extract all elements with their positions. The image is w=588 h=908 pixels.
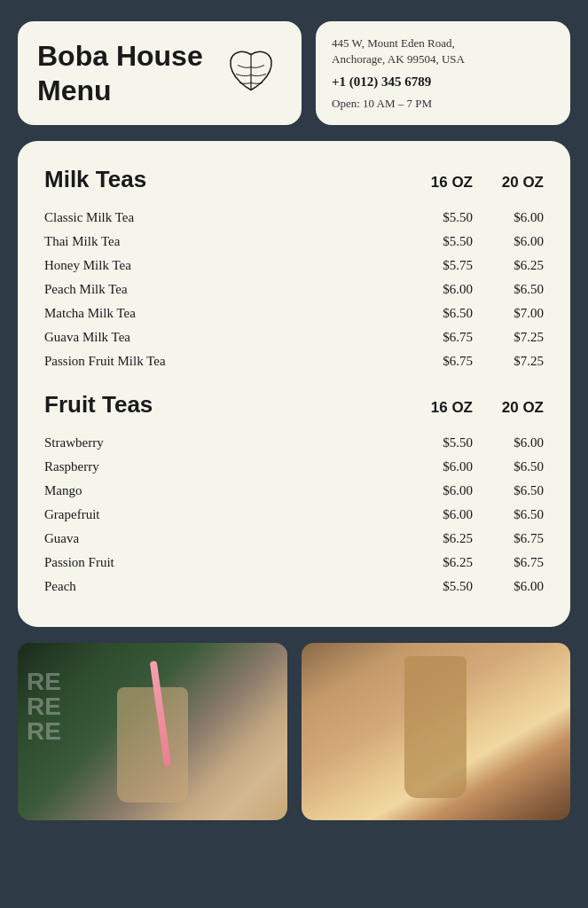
price-16oz: $6.25 — [402, 555, 473, 570]
item-prices: $6.25 $6.75 — [402, 531, 544, 546]
fruit-teas-size-headers: 16 OZ 20 OZ — [402, 399, 544, 417]
list-item: Peach $5.50 $6.00 — [44, 575, 544, 599]
price-20oz: $6.50 — [473, 459, 544, 474]
price-20oz: $6.75 — [473, 531, 544, 546]
item-name: Passion Fruit — [44, 555, 402, 570]
fruit-teas-items: Strawberry $5.50 $6.00 Raspberry $6.00 $… — [44, 431, 544, 599]
price-16oz: $5.75 — [402, 258, 473, 273]
list-item: Honey Milk Tea $5.75 $6.25 — [44, 254, 544, 278]
list-item: Grapefruit $6.00 $6.50 — [44, 503, 544, 527]
photo-overlay-text: RERERE — [27, 669, 61, 744]
title-line1: Boba House — [37, 39, 203, 73]
item-prices: $6.75 $7.25 — [402, 330, 544, 345]
list-item: Passion Fruit $6.25 $6.75 — [44, 551, 544, 575]
photo-boba-hand: RERERE — [18, 643, 287, 820]
price-16oz: $6.75 — [402, 354, 473, 369]
fruit-teas-size1-label: 16 OZ — [402, 399, 473, 417]
leaf-decoration-icon — [220, 47, 282, 99]
item-name: Matcha Milk Tea — [44, 306, 402, 321]
photo-boba-cup — [302, 643, 571, 820]
list-item: Guava Milk Tea $6.75 $7.25 — [44, 325, 544, 349]
item-name: Guava Milk Tea — [44, 330, 402, 345]
milk-teas-size2-label: 20 OZ — [473, 174, 544, 192]
list-item: Raspberry $6.00 $6.50 — [44, 455, 544, 479]
milk-teas-title: Milk Teas — [44, 166, 146, 193]
price-16oz: $6.50 — [402, 306, 473, 321]
list-item: Classic Milk Tea $5.50 $6.00 — [44, 206, 544, 230]
price-20oz: $7.25 — [473, 354, 544, 369]
list-item: Mango $6.00 $6.50 — [44, 479, 544, 503]
price-16oz: $6.00 — [402, 483, 473, 498]
fruit-teas-header: Fruit Teas 16 OZ 20 OZ — [44, 391, 544, 419]
price-20oz: $7.00 — [473, 306, 544, 321]
price-16oz: $5.50 — [402, 435, 473, 450]
price-20oz: $6.50 — [473, 282, 544, 297]
item-name: Guava — [44, 531, 402, 546]
price-16oz: $6.00 — [402, 459, 473, 474]
item-prices: $5.50 $6.00 — [402, 579, 544, 594]
milk-teas-items: Classic Milk Tea $5.50 $6.00 Thai Milk T… — [44, 206, 544, 373]
logo-box: Boba House Menu — [18, 21, 302, 125]
price-16oz: $6.00 — [402, 507, 473, 522]
list-item: Strawberry $5.50 $6.00 — [44, 431, 544, 455]
list-item: Matcha Milk Tea $6.50 $7.00 — [44, 301, 544, 325]
list-item: Passion Fruit Milk Tea $6.75 $7.25 — [44, 349, 544, 373]
price-20oz: $6.75 — [473, 555, 544, 570]
bottom-photos: RERERE — [18, 643, 570, 820]
price-20oz: $6.00 — [473, 435, 544, 450]
item-prices: $6.00 $6.50 — [402, 459, 544, 474]
item-prices: $5.75 $6.25 — [402, 258, 544, 273]
price-20oz: $6.25 — [473, 258, 544, 273]
item-name: Passion Fruit Milk Tea — [44, 354, 402, 369]
item-prices: $6.00 $6.50 — [402, 282, 544, 297]
list-item: Thai Milk Tea $5.50 $6.00 — [44, 230, 544, 254]
item-prices: $6.75 $7.25 — [402, 354, 544, 369]
item-name: Thai Milk Tea — [44, 234, 402, 249]
price-16oz: $5.50 — [402, 579, 473, 594]
item-prices: $5.50 $6.00 — [402, 435, 544, 450]
item-prices: $6.25 $6.75 — [402, 555, 544, 570]
hours: Open: 10 AM – 7 PM — [332, 97, 554, 111]
item-name: Grapefruit — [44, 507, 402, 522]
item-name: Honey Milk Tea — [44, 258, 402, 273]
price-16oz: $6.25 — [402, 531, 473, 546]
price-20oz: $7.25 — [473, 330, 544, 345]
item-name: Mango — [44, 483, 402, 498]
price-16oz: $6.00 — [402, 282, 473, 297]
price-20oz: $6.00 — [473, 234, 544, 249]
item-prices: $5.50 $6.00 — [402, 210, 544, 225]
item-name: Strawberry — [44, 435, 402, 450]
price-20oz: $6.50 — [473, 507, 544, 522]
item-prices: $5.50 $6.00 — [402, 234, 544, 249]
price-20oz: $6.50 — [473, 483, 544, 498]
price-16oz: $6.75 — [402, 330, 473, 345]
phone-number: +1 (012) 345 6789 — [332, 74, 554, 90]
list-item: Peach Milk Tea $6.00 $6.50 — [44, 278, 544, 301]
fruit-teas-size2-label: 20 OZ — [473, 399, 544, 417]
milk-teas-size-headers: 16 OZ 20 OZ — [402, 174, 544, 192]
item-name: Raspberry — [44, 459, 402, 474]
restaurant-title: Boba House Menu — [37, 39, 203, 107]
price-20oz: $6.00 — [473, 210, 544, 225]
title-line2: Menu — [37, 74, 203, 107]
header: Boba House Menu 445 W, Mount Eden Road, … — [18, 21, 570, 125]
address: 445 W, Mount Eden Road, Anchorage, AK 99… — [332, 35, 554, 67]
item-prices: $6.50 $7.00 — [402, 306, 544, 321]
fruit-teas-title: Fruit Teas — [44, 391, 153, 419]
item-name: Classic Milk Tea — [44, 210, 402, 225]
price-16oz: $5.50 — [402, 234, 473, 249]
milk-teas-header: Milk Teas 16 OZ 20 OZ — [44, 166, 544, 193]
item-prices: $6.00 $6.50 — [402, 507, 544, 522]
item-name: Peach Milk Tea — [44, 282, 402, 297]
contact-info-box: 445 W, Mount Eden Road, Anchorage, AK 99… — [316, 21, 570, 125]
menu-card: Milk Teas 16 OZ 20 OZ Classic Milk Tea $… — [18, 141, 570, 627]
list-item: Guava $6.25 $6.75 — [44, 527, 544, 551]
price-16oz: $5.50 — [402, 210, 473, 225]
milk-teas-size1-label: 16 OZ — [402, 174, 473, 192]
item-prices: $6.00 $6.50 — [402, 483, 544, 498]
price-20oz: $6.00 — [473, 579, 544, 594]
item-name: Peach — [44, 579, 402, 594]
